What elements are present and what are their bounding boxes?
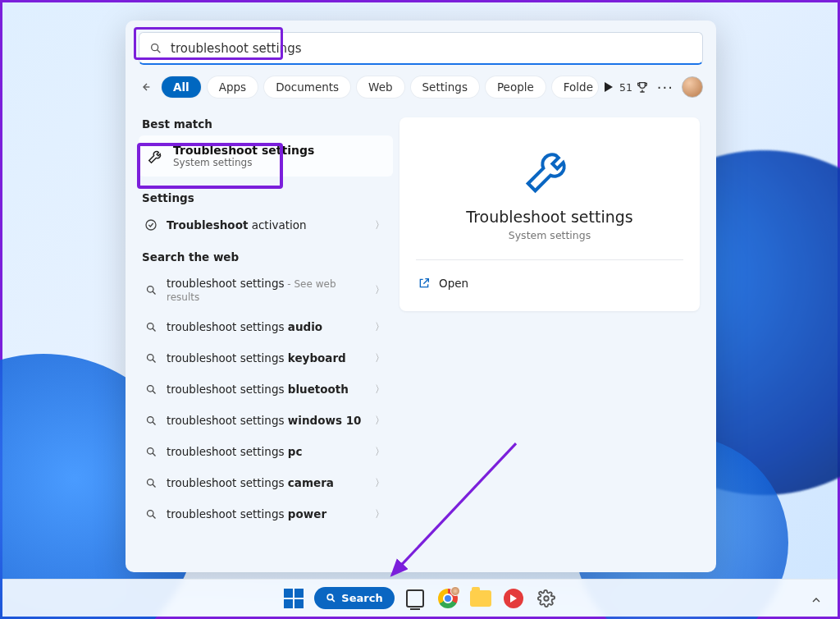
web-result-text: troubleshoot settings camera <box>167 476 367 489</box>
task-view-icon <box>406 589 424 608</box>
web-result[interactable]: troubleshoot settings power〉 <box>139 498 393 530</box>
search-icon <box>326 593 336 603</box>
chevron-right-icon: 〉 <box>375 320 385 334</box>
web-result[interactable]: troubleshoot settings camera〉 <box>139 467 393 498</box>
best-match-item[interactable]: Troubleshoot settings System settings <box>139 135 393 177</box>
tray-chevron[interactable] <box>810 594 823 607</box>
filter-settings[interactable]: Settings <box>411 76 479 98</box>
chevron-right-icon: 〉 <box>375 476 385 490</box>
section-settings: Settings <box>142 191 390 204</box>
search-flyout: All Apps Documents Web Settings People F… <box>126 21 716 572</box>
search-icon <box>144 382 158 397</box>
rewards-points[interactable]: 51 <box>619 80 649 94</box>
user-avatar[interactable] <box>682 76 703 98</box>
filter-apps[interactable]: Apps <box>208 76 258 98</box>
chevron-right-icon: 〉 <box>375 414 385 428</box>
arrow-left-icon <box>139 80 152 94</box>
settings-result-text: Troubleshoot activation <box>167 218 367 232</box>
best-match-subtitle: System settings <box>173 157 314 168</box>
settings-app[interactable] <box>534 586 559 611</box>
chevron-right-icon: 〉 <box>375 507 385 521</box>
preview-column: Troubleshoot settings System settings Op… <box>393 106 716 572</box>
wrench-large-icon <box>521 140 578 198</box>
web-result[interactable]: troubleshoot settings pc〉 <box>139 436 393 467</box>
filter-row: All Apps Documents Web Settings People F… <box>126 73 716 106</box>
web-result[interactable]: troubleshoot settings bluetooth〉 <box>139 374 393 405</box>
separator <box>416 259 683 260</box>
section-best-match: Best match <box>142 117 390 131</box>
chevron-right-icon: 〉 <box>375 445 385 459</box>
chevron-right-icon: 〉 <box>375 383 385 397</box>
profile-badge-icon <box>450 586 460 596</box>
windows-logo-icon <box>284 589 304 608</box>
search-icon <box>144 351 158 365</box>
svg-point-21 <box>327 594 333 600</box>
svg-line-17 <box>153 484 155 487</box>
svg-point-14 <box>147 447 153 454</box>
search-icon <box>144 444 158 459</box>
chevron-right-icon: 〉 <box>375 218 385 232</box>
taskbar-search[interactable]: Search <box>314 587 394 609</box>
svg-point-18 <box>147 510 153 516</box>
web-result[interactable]: troubleshoot settings audio〉 <box>139 311 393 342</box>
svg-point-6 <box>147 323 153 329</box>
more-options[interactable]: ··· <box>657 79 673 96</box>
svg-point-4 <box>147 286 153 292</box>
filter-people[interactable]: People <box>486 76 546 98</box>
filter-documents[interactable]: Documents <box>264 76 350 98</box>
wrench-icon <box>147 147 165 165</box>
filter-folders-truncated[interactable]: Folde <box>552 76 598 98</box>
svg-line-7 <box>153 328 155 331</box>
chrome-app[interactable] <box>436 586 460 611</box>
search-icon <box>144 319 158 334</box>
rewards-value: 51 <box>619 81 632 94</box>
svg-point-8 <box>147 354 153 360</box>
folder-icon <box>470 590 491 607</box>
chevron-right-icon: 〉 <box>375 283 385 297</box>
pinned-app-red[interactable] <box>501 586 526 611</box>
task-view[interactable] <box>403 586 427 611</box>
svg-line-19 <box>153 516 155 518</box>
svg-line-22 <box>332 599 335 602</box>
results-column: Best match Troubleshoot settings System … <box>126 106 393 572</box>
section-search-web: Search the web <box>142 250 390 264</box>
preview-title: Troubleshoot settings <box>416 208 683 226</box>
chevron-right-icon: 〉 <box>375 351 385 365</box>
preview-open-label: Open <box>439 277 468 290</box>
web-result-text: troubleshoot settings audio <box>167 320 367 333</box>
svg-point-23 <box>544 596 549 601</box>
web-result[interactable]: troubleshoot settings keyboard〉 <box>139 342 393 374</box>
chevron-up-icon <box>810 594 823 607</box>
search-icon <box>144 282 158 297</box>
start-button[interactable] <box>281 586 306 611</box>
desktop: All Apps Documents Web Settings People F… <box>0 0 840 619</box>
search-bar[interactable] <box>139 32 703 65</box>
file-explorer[interactable] <box>468 586 493 611</box>
web-result-text: troubleshoot settings - See web results <box>167 277 367 303</box>
svg-line-5 <box>153 291 155 294</box>
svg-point-3 <box>146 220 156 230</box>
filter-all[interactable]: All <box>162 76 201 98</box>
svg-line-9 <box>153 360 155 362</box>
preview-open[interactable]: Open <box>416 272 683 295</box>
chrome-icon <box>438 589 458 608</box>
play-app-icon <box>504 589 523 608</box>
scroll-filters-right[interactable] <box>605 82 613 92</box>
web-result-text: troubleshoot settings pc <box>167 445 367 458</box>
best-match-title: Troubleshoot settings <box>173 144 314 157</box>
svg-point-0 <box>152 44 158 50</box>
search-input[interactable] <box>171 41 692 56</box>
taskbar: Search <box>2 579 838 617</box>
web-result[interactable]: troubleshoot settings windows 10〉 <box>139 405 393 436</box>
web-result[interactable]: troubleshoot settings - See web results〉 <box>139 268 393 311</box>
search-icon <box>144 475 158 490</box>
svg-line-13 <box>153 422 155 424</box>
svg-point-12 <box>147 416 153 423</box>
search-icon <box>144 413 158 428</box>
settings-result[interactable]: Troubleshoot activation 〉 <box>139 209 393 241</box>
back-button[interactable] <box>139 77 152 97</box>
taskbar-search-label: Search <box>341 592 382 604</box>
open-external-icon <box>418 277 431 290</box>
filter-web[interactable]: Web <box>357 76 404 98</box>
preview-subtitle: System settings <box>416 229 683 241</box>
